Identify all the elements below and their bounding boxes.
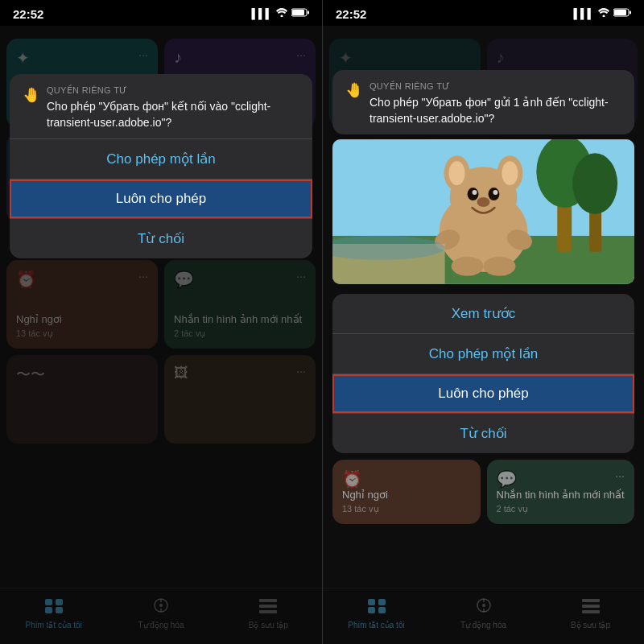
- status-bar-right: 22:52 ▌▌▌: [323, 0, 644, 26]
- partial-rest-card: ⏰ Nghỉ ngơi 13 tác vụ: [332, 460, 481, 524]
- perm-question-right: Cho phép "Убрать фон" gửi 1 ảnh đến "ccl…: [369, 95, 621, 126]
- wifi-icon-right: [598, 8, 609, 19]
- svg-point-24: [572, 153, 617, 214]
- time-left: 22:52: [13, 7, 43, 21]
- svg-point-38: [452, 257, 484, 276]
- svg-point-15: [603, 15, 605, 18]
- photo-preview: [332, 139, 634, 284]
- preview-button-right[interactable]: Xem trước: [332, 294, 634, 333]
- signal-icon-right: ▌▌▌: [573, 8, 594, 19]
- status-bar-left: 22:52 ▌▌▌: [0, 0, 322, 26]
- svg-rect-3: [308, 11, 309, 14]
- action-buttons-right: Xem trước Cho phép một lần Luôn cho phép…: [332, 294, 634, 453]
- perm-header-left: 🤚 Quyền riêng tư Cho phép "Убрать фон" k…: [10, 74, 312, 138]
- always-allow-button-left[interactable]: Luôn cho phép: [10, 180, 312, 218]
- left-screen: 22:52 ▌▌▌: [0, 0, 322, 644]
- deny-button-right[interactable]: Từ chối: [332, 414, 634, 453]
- svg-point-30: [502, 161, 518, 185]
- permission-dialog-left: 🤚 Quyền riêng tư Cho phép "Убрать фон" k…: [10, 74, 312, 258]
- status-icons-right: ▌▌▌: [573, 8, 631, 19]
- screen-content-left: ✦ ··· Убрать фон 25 tác vụ ♪ ··· TikTok: [0, 26, 322, 644]
- allow-once-button-left[interactable]: Cho phép một lần: [10, 139, 312, 179]
- wifi-icon: [276, 8, 287, 19]
- battery-icon: [291, 8, 309, 19]
- svg-point-0: [281, 15, 283, 18]
- signal-icon: ▌▌▌: [251, 8, 272, 19]
- perm-question-left: Cho phép "Убрать фон" kết nối vào "cclig…: [47, 99, 299, 130]
- perm-label-right: Quyền riêng tư: [369, 81, 621, 92]
- deny-button-left[interactable]: Từ chối: [10, 219, 312, 258]
- time-right: 22:52: [336, 7, 366, 21]
- privacy-icon-right: 🤚: [345, 81, 363, 99]
- perm-title-section-left: Quyền riêng tư Cho phép "Убрать фон" kết…: [47, 85, 299, 130]
- screen-content-right: ✦ Убрать фон 25 tác vụ ♪ TikTok 41 tác v…: [323, 26, 644, 644]
- modal-overlay-left: 🤚 Quyền riêng tư Cho phép "Убрать фон" k…: [0, 26, 322, 644]
- right-screen: 22:52 ▌▌▌: [322, 0, 644, 644]
- svg-point-35: [477, 197, 490, 207]
- allow-once-button-right[interactable]: Cho phép một lần: [332, 334, 634, 374]
- svg-point-34: [493, 190, 497, 195]
- quokka-image: [332, 139, 634, 284]
- battery-icon-right: [613, 8, 631, 19]
- svg-rect-2: [292, 10, 304, 15]
- privacy-icon-left: 🤚: [23, 86, 40, 104]
- svg-point-28: [449, 161, 465, 185]
- svg-point-39: [484, 257, 516, 276]
- perm-label-left: Quyền riêng tư: [47, 85, 299, 96]
- partial-message-card: 💬 ··· Nhắn tin hình ảnh mới nhất 2 tác v…: [487, 460, 635, 524]
- status-icons-left: ▌▌▌: [251, 8, 309, 19]
- always-allow-button-right[interactable]: Luôn cho phép: [332, 374, 634, 413]
- svg-rect-17: [614, 10, 626, 15]
- svg-point-33: [473, 190, 477, 195]
- partial-bottom-cards-right: ⏰ Nghỉ ngơi 13 tác vụ 💬 ··· Nhắn tin hìn…: [332, 460, 634, 524]
- svg-rect-18: [630, 11, 631, 14]
- perm-header-card-right: 🤚 Quyền riêng tư Cho phép "Убрать фон" g…: [332, 70, 634, 134]
- modal-overlay-right: 🤚 Quyền riêng tư Cho phép "Убрать фон" g…: [323, 26, 644, 644]
